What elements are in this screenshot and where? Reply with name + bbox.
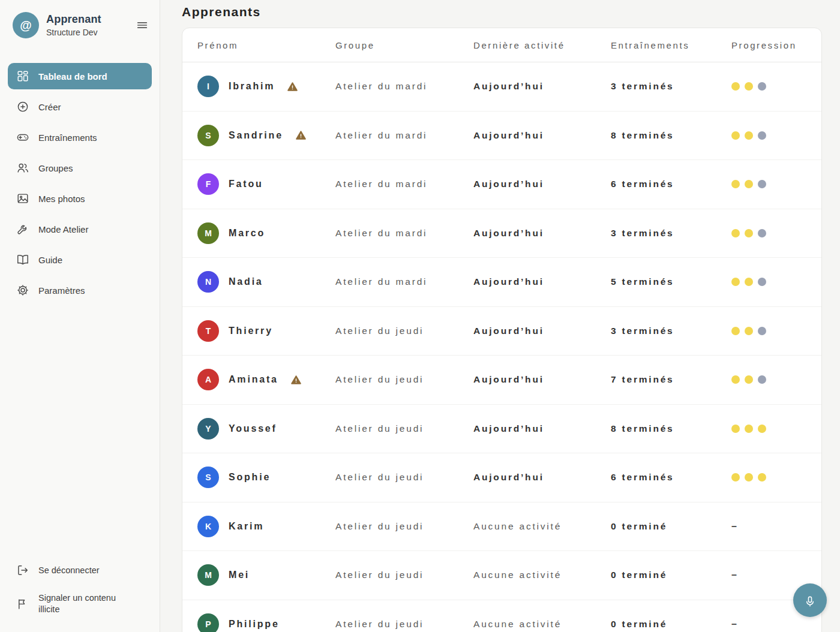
progression-cell	[731, 425, 806, 433]
microphone-fab-button[interactable]	[793, 583, 827, 617]
sidebar-footer-item-report[interactable]: Signaler un contenu illicite	[8, 589, 152, 619]
sidebar-item-mes-photos[interactable]: Mes photos	[8, 185, 152, 212]
progress-dot-gray	[758, 82, 766, 91]
avatar: A	[197, 369, 219, 390]
logo-at-symbol: @	[20, 19, 32, 32]
sidebar-footer: Se déconnecterSignaler un contenu illici…	[0, 560, 160, 619]
progress-dot-yellow	[731, 327, 740, 335]
table-row[interactable]: TThierryAtelier du jeudiAujourd’hui3 ter…	[182, 307, 821, 356]
sidebar-item-tableau-de-bord[interactable]: Tableau de bord	[8, 63, 152, 89]
table-row[interactable]: MMarcoAtelier du mardiAujourd’hui3 termi…	[182, 209, 821, 258]
app-title: Apprenant	[46, 13, 136, 26]
table-row[interactable]: YYoussefAtelier du jeudiAujourd’hui8 ter…	[182, 405, 821, 454]
progress-empty-dash: –	[731, 619, 737, 630]
trainings-cell: 8 terminés	[611, 423, 731, 434]
table-row[interactable]: SSophieAtelier du jeudiAujourd’hui6 term…	[182, 453, 821, 502]
warning-icon	[295, 130, 307, 141]
sidebar-item-guide[interactable]: Guide	[8, 246, 152, 273]
group-cell: Atelier du jeudi	[335, 374, 473, 385]
table-row[interactable]: MMeiAtelier du jeudiAucune activité0 ter…	[182, 551, 821, 600]
progress-dot-yellow	[731, 229, 740, 237]
progress-empty-dash: –	[731, 570, 737, 580]
progress-dot-yellow	[745, 131, 753, 140]
last-activity-cell: Aucune activité	[473, 570, 611, 580]
learner-name: Sophie	[229, 472, 271, 483]
table-row[interactable]: NNadiaAtelier du mardiAujourd’hui5 termi…	[182, 258, 821, 307]
sidebar-item-label: Paramètres	[38, 285, 85, 296]
progression-cell: –	[731, 521, 806, 532]
logout-icon	[16, 564, 29, 577]
table-row[interactable]: PPhilippeAtelier du jeudiAucune activité…	[182, 600, 821, 632]
progress-dot-yellow	[758, 425, 766, 433]
progress-dot-yellow	[731, 425, 740, 433]
column-header-groupe: Groupe	[335, 40, 473, 50]
learner-name: Marco	[229, 228, 265, 239]
avatar: I	[197, 76, 219, 97]
users-icon	[16, 161, 29, 174]
sidebar-item-groupes[interactable]: Groupes	[8, 155, 152, 181]
sidebar-item-param-tres[interactable]: Paramètres	[8, 277, 152, 303]
page-title: Apprenants	[182, 5, 822, 19]
microphone-icon	[803, 594, 817, 607]
progress-dot-yellow	[745, 82, 753, 91]
avatar: S	[197, 467, 219, 488]
plus-circle-icon	[16, 100, 29, 113]
brand-header: @ Apprenant Structure Dev	[0, 12, 160, 38]
avatar: Y	[197, 418, 219, 440]
progression-cell	[731, 278, 806, 286]
trainings-cell: 5 terminés	[611, 276, 731, 287]
learner-name: Philippe	[229, 619, 280, 630]
last-activity-cell: Aujourd’hui	[473, 276, 611, 287]
table-row[interactable]: SSandrineAtelier du mardiAujourd’hui8 te…	[182, 112, 821, 161]
table-row[interactable]: FFatouAtelier du mardiAujourd’hui6 termi…	[182, 160, 821, 209]
sidebar-item-mode-atelier[interactable]: Mode Atelier	[8, 216, 152, 242]
warning-icon	[287, 81, 298, 92]
learner-name: Nadia	[229, 276, 263, 287]
book-icon	[16, 253, 29, 266]
learner-cell: FFatou	[197, 173, 335, 195]
progress-dot-yellow	[731, 180, 740, 188]
learner-cell: AAminata	[197, 369, 335, 390]
sidebar-item-cr-er[interactable]: Créer	[8, 94, 152, 120]
group-cell: Atelier du jeudi	[335, 423, 473, 434]
table-row[interactable]: KKarimAtelier du jeudiAucune activité0 t…	[182, 502, 821, 552]
table-row[interactable]: IIbrahimAtelier du mardiAujourd’hui3 ter…	[182, 62, 821, 112]
progress-dot-yellow	[731, 131, 740, 140]
sidebar-item-entra-nements[interactable]: Entraînements	[8, 124, 152, 151]
learner-name: Youssef	[229, 423, 277, 434]
group-cell: Atelier du mardi	[335, 179, 473, 189]
sidebar-nav: Tableau de bordCréerEntraînementsGroupes…	[0, 63, 160, 303]
group-cell: Atelier du mardi	[335, 228, 473, 239]
progress-dot-yellow	[758, 473, 766, 481]
group-cell: Atelier du mardi	[335, 130, 473, 141]
last-activity-cell: Aucune activité	[473, 619, 611, 630]
learner-cell: NNadia	[197, 271, 335, 293]
progress-dot-yellow	[745, 425, 753, 433]
learner-name: Fatou	[229, 179, 263, 189]
last-activity-cell: Aujourd’hui	[473, 81, 611, 92]
group-cell: Atelier du jeudi	[335, 619, 473, 630]
sidebar-item-label: Mode Atelier	[38, 224, 88, 234]
learners-table-card: PrénomGroupeDernière activitéEntraînemen…	[182, 28, 822, 632]
learner-name: Mei	[229, 570, 250, 580]
learner-name: Sandrine	[229, 130, 283, 141]
hamburger-menu-icon[interactable]	[136, 19, 149, 32]
avatar: P	[197, 613, 219, 632]
learner-name: Thierry	[229, 326, 273, 336]
progress-dot-yellow	[745, 473, 753, 481]
app-subtitle: Structure Dev	[46, 28, 136, 37]
group-cell: Atelier du jeudi	[335, 472, 473, 483]
progression-cell	[731, 180, 806, 188]
sidebar-footer-item-logout[interactable]: Se déconnecter	[8, 560, 152, 580]
trainings-cell: 0 terminé	[611, 619, 731, 630]
avatar: M	[197, 564, 219, 586]
learner-cell: IIbrahim	[197, 76, 335, 97]
trainings-cell: 6 terminés	[611, 179, 731, 189]
avatar: S	[197, 125, 219, 146]
progress-dot-yellow	[731, 375, 740, 384]
progression-cell: –	[731, 619, 806, 630]
sidebar: @ Apprenant Structure Dev Tableau de bor…	[0, 0, 160, 632]
table-row[interactable]: AAminataAtelier du jeudiAujourd’hui7 ter…	[182, 356, 821, 405]
learner-cell: PPhilippe	[197, 613, 335, 632]
progress-dot-yellow	[745, 327, 753, 335]
